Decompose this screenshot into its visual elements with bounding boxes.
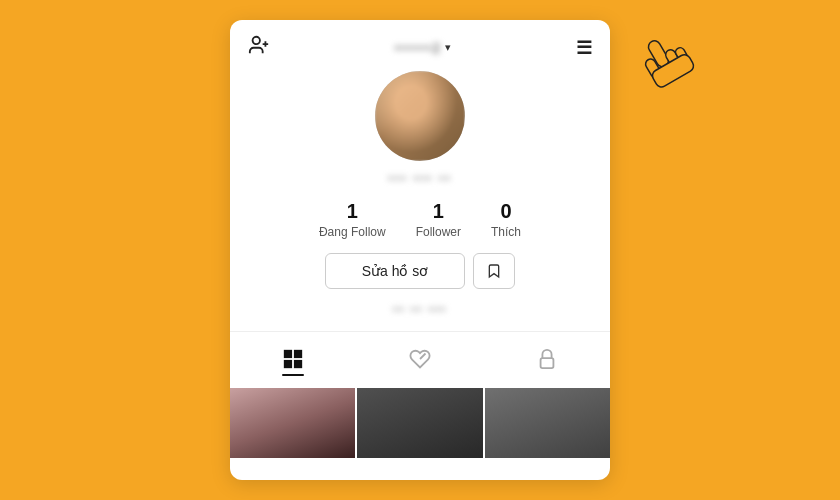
bookmark-icon [486, 262, 502, 280]
content-thumb-3[interactable] [485, 388, 610, 458]
content-thumb-2[interactable] [357, 388, 482, 458]
follower-count: 1 [433, 200, 444, 223]
svg-rect-9 [295, 351, 301, 357]
svg-rect-10 [285, 361, 291, 367]
stat-follower[interactable]: 1 Follower [416, 200, 461, 239]
svg-rect-13 [540, 358, 553, 368]
username-area[interactable]: ••••••2 ▾ [395, 39, 452, 56]
stat-following[interactable]: 1 Đang Follow [319, 200, 386, 239]
chevron-down-icon: ▾ [445, 41, 451, 54]
stats-row: 1 Đang Follow 1 Follower 0 Thích [319, 200, 521, 239]
profile-section: ••• ••• •• 1 Đang Follow 1 Follower 0 Th… [230, 71, 610, 331]
username-text: ••••••2 [395, 39, 442, 56]
grid-icon [282, 348, 304, 370]
svg-rect-3 [674, 46, 690, 64]
phone-frame: ••••••2 ▾ ☰ ••• ••• •• 1 Đang Follow 1 F… [230, 20, 610, 480]
svg-rect-1 [644, 57, 663, 79]
bookmark-button[interactable] [473, 253, 515, 289]
thumb-image-1 [230, 388, 355, 458]
tab-bar [230, 331, 610, 388]
content-thumb-1[interactable] [230, 388, 355, 458]
svg-rect-4 [650, 53, 695, 90]
action-row: Sửa hồ sơ [325, 253, 516, 289]
likes-count: 0 [500, 200, 511, 223]
profile-name: ••• ••• •• [388, 171, 452, 186]
bio-text: •• •• ••• [393, 303, 447, 317]
add-user-icon[interactable] [248, 34, 270, 61]
stat-likes[interactable]: 0 Thích [491, 200, 521, 239]
tab-grid[interactable] [262, 344, 324, 380]
tab-active-indicator [282, 374, 304, 376]
svg-point-5 [253, 37, 260, 44]
svg-rect-11 [295, 361, 301, 367]
likes-label: Thích [491, 225, 521, 239]
svg-rect-0 [646, 39, 670, 69]
lock-icon [536, 348, 558, 370]
follower-label: Follower [416, 225, 461, 239]
following-label: Đang Follow [319, 225, 386, 239]
menu-icon[interactable]: ☰ [576, 37, 592, 59]
avatar [375, 71, 465, 161]
thumb-image-3 [485, 388, 610, 458]
tab-liked[interactable] [389, 344, 451, 380]
edit-profile-button[interactable]: Sửa hồ sơ [325, 253, 466, 289]
cursor-hand [630, 30, 700, 100]
svg-line-12 [420, 354, 426, 360]
tab-private[interactable] [516, 344, 578, 380]
top-bar: ••••••2 ▾ ☰ [230, 20, 610, 71]
svg-rect-8 [285, 351, 291, 357]
thumb-image-2 [357, 388, 482, 458]
svg-rect-2 [664, 48, 682, 69]
avatar-image [375, 71, 465, 161]
heart-icon [409, 348, 431, 370]
content-strip [230, 388, 610, 458]
following-count: 1 [347, 200, 358, 223]
